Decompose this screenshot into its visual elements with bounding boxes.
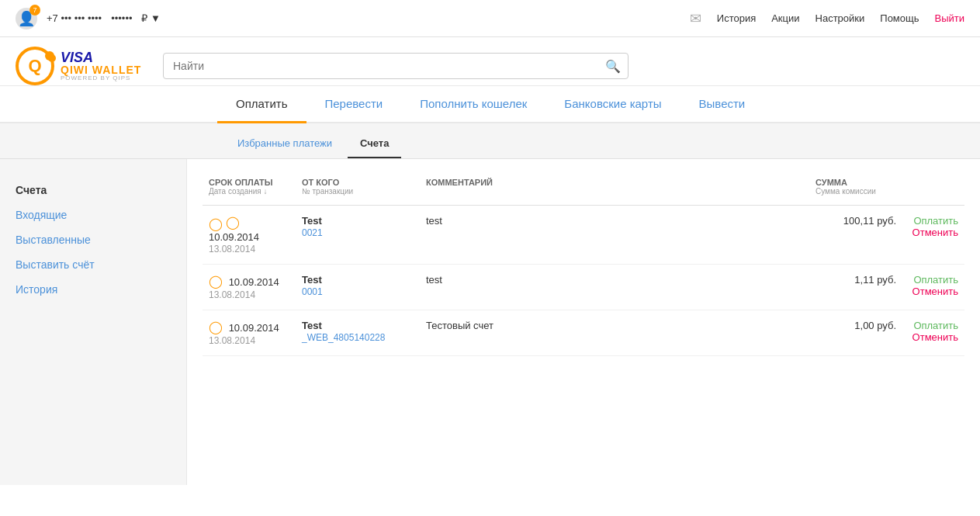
phone-number: +7 ••• ••• •••• <box>47 12 102 24</box>
help-link[interactable]: Помощь <box>880 12 919 24</box>
deadline-date-3: 10.09.2014 <box>229 322 279 334</box>
search-button[interactable]: 🔍 <box>605 59 621 74</box>
amount-value-3: 1,00 руб. <box>854 320 896 331</box>
col-header-deadline: СРОК ОПЛАТЫ Дата создания ↓ <box>203 178 296 206</box>
amount-value-1: 100,11 руб. <box>843 215 896 227</box>
content: СРОК ОПЛАТЫ Дата создания ↓ ОТ КОГО № тр… <box>186 159 980 485</box>
cell-date-1: ◯ ◯ 10.09.2014 13.08.2014 <box>203 206 296 265</box>
created-date-3: 13.08.2014 <box>209 335 255 346</box>
tab-withdraw[interactable]: Вывести <box>680 86 764 123</box>
amount-value-2: 1,11 руб. <box>854 274 896 286</box>
subtab-favorites[interactable]: Избранные платежи <box>225 133 345 158</box>
sidebar-item-bills[interactable]: Счета <box>16 178 171 203</box>
main-layout: Счета Входящие Выставленные Выставить сч… <box>0 159 980 485</box>
sidebar: Счета Входящие Выставленные Выставить сч… <box>0 159 186 485</box>
top-bar-left: 👤 7 +7 ••• ••• •••• •••••• ₽ ▼ <box>16 8 161 29</box>
avatar[interactable]: 👤 7 <box>16 8 37 29</box>
cell-date-3: ◯ 10.09.2014 13.08.2014 <box>203 310 296 356</box>
bills-table: СРОК ОПЛАТЫ Дата создания ↓ ОТ КОГО № тр… <box>203 178 964 356</box>
search-input[interactable] <box>163 53 629 79</box>
col-header-from: ОТ КОГО № транзакции <box>296 178 420 206</box>
from-name-2: Test <box>302 274 322 286</box>
tab-transfer[interactable]: Перевести <box>306 86 402 123</box>
top-bar: 👤 7 +7 ••• ••• •••• •••••• ₽ ▼ ✉ История… <box>0 0 980 37</box>
created-date-1: 13.08.2014 <box>209 244 255 255</box>
pay-button-3[interactable]: Оплатить <box>909 320 958 331</box>
sub-tabs: Избранные платежи Счета <box>0 123 980 159</box>
cell-actions-3: Оплатить Отменить <box>902 310 964 356</box>
qiwi-label: QIWI WALLET <box>61 64 141 75</box>
cancel-button-3[interactable]: Отменить <box>909 331 958 343</box>
tab-bank-cards[interactable]: Банковские карты <box>545 86 680 123</box>
pay-button-2[interactable]: Оплатить <box>909 274 958 286</box>
created-date-2: 13.08.2014 <box>209 289 255 300</box>
col-header-comment: КОММЕНТАРИЙ <box>420 178 809 206</box>
cell-amount-2: 1,11 руб. <box>809 265 902 310</box>
cell-comment-2: test <box>420 265 809 310</box>
tab-pay[interactable]: Оплатить <box>217 86 306 123</box>
cell-comment-1: test <box>420 206 809 265</box>
history-link[interactable]: История <box>717 12 756 24</box>
cell-actions-1: Оплатить Отменить <box>902 206 964 265</box>
sidebar-item-incoming[interactable]: Входящие <box>16 203 171 227</box>
from-name-1: Test <box>302 215 322 227</box>
deadline-date-2: 10.09.2014 <box>229 276 279 288</box>
header-main: Q VISA QIWI WALLET POWERED BY QIPS 🔍 <box>0 37 980 86</box>
sidebar-item-create[interactable]: Выставить счёт <box>16 252 171 277</box>
currency: ₽ ▼ <box>141 12 160 24</box>
logo: Q VISA QIWI WALLET POWERED BY QIPS <box>16 47 147 85</box>
cell-comment-3: Тестовый счет <box>420 310 809 356</box>
table-row: ◯ 10.09.2014 13.08.2014 Test _WEB_480514… <box>203 310 964 356</box>
powered-label: POWERED BY QIPS <box>61 75 141 81</box>
clock-icon: ◯ <box>209 217 223 230</box>
cell-from-2: Test 0001 <box>296 265 420 310</box>
sidebar-item-issued[interactable]: Выставленные <box>16 227 171 252</box>
top-bar-right: ✉ История Акции Настройки Помощь Выйти <box>690 10 964 27</box>
col-header-actions <box>902 178 964 206</box>
cell-actions-2: Оплатить Отменить <box>902 265 964 310</box>
from-id-3: _WEB_4805140228 <box>302 332 385 343</box>
cell-amount-1: 100,11 руб. <box>809 206 902 265</box>
logo-text: VISA QIWI WALLET POWERED BY QIPS <box>61 50 141 81</box>
table-row: ◯ ◯ 10.09.2014 13.08.2014 Test 0021 test… <box>203 206 964 265</box>
cancel-button-1[interactable]: Отменить <box>909 227 958 238</box>
cancel-button-2[interactable]: Отменить <box>909 286 958 297</box>
mail-icon[interactable]: ✉ <box>690 10 701 27</box>
col-header-amount: СУММА Сумма комиссии <box>809 178 902 206</box>
main-tabs: Оплатить Перевести Пополнить кошелек Бан… <box>0 86 980 123</box>
deadline-date-1: 10.09.2014 <box>209 231 259 243</box>
subtab-bills[interactable]: Счета <box>348 133 401 158</box>
cell-amount-3: 1,00 руб. <box>809 310 902 356</box>
pay-button-1[interactable]: Оплатить <box>909 215 958 227</box>
logout-link[interactable]: Выйти <box>935 12 965 24</box>
sidebar-item-history[interactable]: История <box>16 277 171 302</box>
logo-circle-icon: Q <box>16 47 54 85</box>
tab-topup[interactable]: Пополнить кошелек <box>401 86 545 123</box>
promotions-link[interactable]: Акции <box>771 12 799 24</box>
balance: •••••• <box>111 12 132 24</box>
cell-from-3: Test _WEB_4805140228 <box>296 310 420 356</box>
cell-from-1: Test 0021 <box>296 206 420 265</box>
table-row: ◯ 10.09.2014 13.08.2014 Test 0001 test 1… <box>203 265 964 310</box>
notification-badge: 7 <box>29 5 40 16</box>
from-id-2: 0001 <box>302 286 323 297</box>
from-name-3: Test <box>302 320 322 331</box>
visa-label: VISA <box>61 50 141 64</box>
from-id-1: 0021 <box>302 227 323 238</box>
search-box: 🔍 <box>163 53 629 79</box>
settings-link[interactable]: Настройки <box>816 12 865 24</box>
cell-date-2: ◯ 10.09.2014 13.08.2014 <box>203 265 296 310</box>
